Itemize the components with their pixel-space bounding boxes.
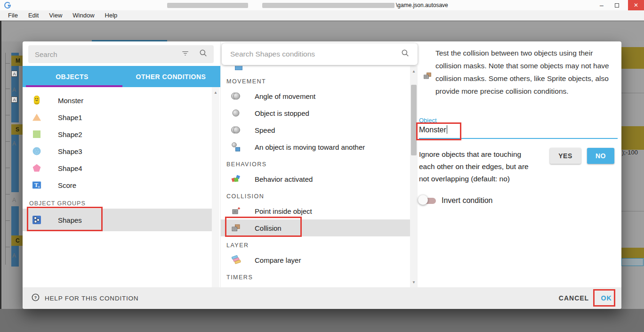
condition-item-behavior[interactable]: Behavior activated: [221, 170, 410, 187]
monster-icon: [31, 95, 42, 106]
condition-item-speed[interactable]: Speed: [221, 121, 410, 138]
angle-icon: [230, 90, 242, 102]
menu-view[interactable]: View: [44, 12, 67, 19]
object-item-shape2[interactable]: Shape2: [23, 126, 212, 143]
background-comment: S: [11, 124, 23, 135]
minimize-button[interactable]: –: [594, 0, 609, 10]
speed-icon: [230, 124, 242, 136]
object-item-shape4[interactable]: Shape4: [23, 160, 212, 177]
condition-config-panel: Test the collision between two objects u…: [418, 41, 621, 287]
layers-icon: [230, 254, 242, 266]
objects-panel: OBJECTS OTHER CONDITIONS MonsterShape1Sh…: [23, 41, 220, 287]
annotation-box-object: [416, 122, 461, 140]
pentagon-icon: [31, 162, 42, 174]
maximize-button[interactable]: [609, 0, 624, 10]
scroll-thumb[interactable]: [411, 85, 417, 155]
menu-window[interactable]: Window: [67, 12, 99, 19]
search-icon[interactable]: [401, 49, 410, 60]
background-dimmed-area: [0, 309, 644, 332]
stopped-icon: [230, 107, 242, 119]
background-text-fragment: );-100: [622, 149, 638, 156]
section-header-behaviors: BEHAVIORS: [221, 155, 419, 170]
object-item-score[interactable]: TxScore: [23, 177, 212, 194]
svg-text:?: ?: [34, 295, 37, 300]
object-item-label: Shape1: [58, 113, 82, 121]
menubar: File Edit View Window Help: [0, 10, 644, 21]
help-link[interactable]: ? HELP FOR THIS CONDITION: [31, 287, 138, 309]
objects-search-input[interactable]: [34, 50, 181, 59]
background-events-left: M S C A A A A A A: [0, 41, 23, 309]
section-header-movement: MOVEMENT: [221, 73, 419, 88]
help-icon: ?: [31, 293, 40, 304]
app-logo-icon: [4, 1, 11, 9]
invert-toggle-knob[interactable]: [418, 195, 428, 205]
yes-button[interactable]: YES: [550, 148, 581, 164]
object-item-label: Shape3: [58, 147, 82, 155]
condition-editor-dialog: OBJECTS OTHER CONDITIONS MonsterShape1Sh…: [23, 41, 621, 309]
condition-item-moving-toward[interactable]: An object is moving toward another: [221, 138, 410, 155]
object-item-label: Monster: [58, 97, 83, 105]
conditions-panel: MOVEMENTAngle of movementObject is stopp…: [220, 41, 418, 287]
conditions-search-input[interactable]: [229, 49, 401, 59]
moving-toward-icon: [230, 141, 242, 153]
background-events-right: );-100: [621, 41, 644, 309]
condition-item-stopped[interactable]: Object is stopped: [221, 105, 410, 121]
clipped-icon: [235, 66, 242, 70]
titlebar: \game.json.autosave – ✕: [0, 0, 644, 10]
object-item-shape3[interactable]: Shape3: [23, 143, 212, 160]
help-label: HELP FOR THIS CONDITION: [45, 295, 138, 302]
tab-other-conditions[interactable]: OTHER CONDITIONS: [121, 66, 220, 87]
scroll-down-icon[interactable]: ▼: [410, 279, 418, 285]
scroll-up-icon[interactable]: ▲: [410, 68, 418, 74]
square-icon: [31, 129, 42, 140]
svg-text:x: x: [38, 185, 40, 189]
background-selected-row: [621, 258, 644, 266]
background-comment: C: [11, 235, 23, 246]
section-header-layer: LAYER: [221, 236, 419, 251]
condition-item-label: An object is moving toward another: [255, 143, 365, 151]
ignore-question-label: Ignore objects that are touching each ot…: [419, 148, 539, 185]
objects-search: [28, 45, 214, 63]
condition-item-layers[interactable]: Compare layer: [221, 251, 410, 268]
conditions-search: [222, 43, 418, 65]
condition-item-label: Behavior activated: [255, 175, 313, 183]
tab-objects[interactable]: OBJECTS: [23, 66, 121, 87]
objects-scrollbar[interactable]: ▲: [212, 87, 219, 287]
close-button[interactable]: ✕: [628, 0, 644, 10]
circle-icon: [31, 146, 42, 157]
background-edge: [0, 21, 1, 332]
menu-help[interactable]: Help: [100, 12, 123, 19]
cancel-button[interactable]: CANCEL: [557, 287, 591, 309]
background-text: A: [12, 197, 16, 203]
condition-item-label: Compare layer: [255, 256, 301, 264]
condition-item-label: Speed: [255, 126, 275, 134]
no-button[interactable]: NO: [587, 148, 614, 164]
menu-file[interactable]: File: [3, 12, 23, 19]
background-action-icon: A: [11, 71, 17, 77]
conditions-scrollbar[interactable]: ▲ ▼: [410, 66, 418, 287]
redacted-title-block: [262, 3, 394, 8]
search-icon[interactable]: [199, 49, 208, 60]
scroll-up-icon[interactable]: ▲: [212, 89, 219, 96]
window-title: \game.json.autosave: [396, 2, 448, 8]
filter-icon[interactable]: [181, 49, 190, 60]
toolbar: [0, 21, 644, 41]
object-item-label: Shape4: [58, 164, 82, 172]
redacted-title-block: [167, 3, 248, 8]
dialog-footer: ? HELP FOR THIS CONDITION CANCEL OK: [23, 287, 621, 309]
object-item-shape1[interactable]: Shape1: [23, 109, 212, 126]
condition-item-timer[interactable]: Value of a timer: [221, 283, 410, 287]
clipped-row: [221, 66, 419, 73]
condition-item-angle[interactable]: Angle of movement: [221, 88, 410, 105]
conditions-list: MOVEMENTAngle of movementObject is stopp…: [221, 66, 419, 287]
triangle-icon: [31, 112, 42, 123]
annotation-box-ok: [593, 289, 615, 307]
condition-description: Test the collision between two objects u…: [435, 47, 618, 97]
background-text: A: [12, 252, 16, 259]
point-inside-icon: [230, 205, 242, 217]
menu-edit[interactable]: Edit: [23, 12, 44, 19]
background-action-icon: A: [11, 97, 17, 103]
invert-label: Invert condition: [442, 196, 493, 205]
condition-item-label: Point inside object: [255, 207, 312, 215]
object-item-monster[interactable]: Monster: [23, 92, 212, 109]
